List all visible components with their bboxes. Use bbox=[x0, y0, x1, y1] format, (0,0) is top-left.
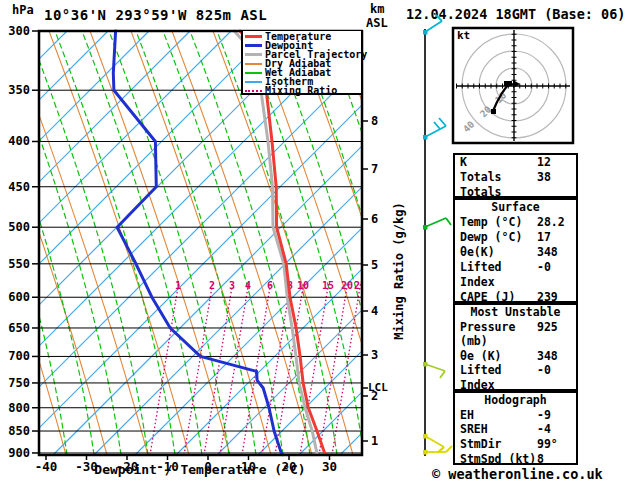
panel-row-value: 8 bbox=[537, 452, 571, 465]
isotherm-line bbox=[0, 31, 231, 455]
mixing-ratio-value-label: 20 bbox=[341, 280, 353, 291]
mixing-ratio-value-label: 10 bbox=[297, 280, 309, 291]
panel-row-value: 348 bbox=[537, 349, 571, 364]
legend-label: Mixing Ratio bbox=[265, 86, 337, 95]
panel-row: Lifted Index-0 bbox=[460, 363, 571, 391]
legend-item: Mixing Ratio bbox=[245, 86, 361, 95]
legend-swatch-dry_adiabat bbox=[245, 63, 262, 65]
panel-row: StmDir99° bbox=[460, 437, 571, 452]
hodograph-unit-label: kt bbox=[457, 29, 470, 42]
pressure-tick-label: 450 bbox=[8, 180, 30, 194]
panel-row-label: StmSpd (kt) bbox=[460, 452, 536, 465]
panel-row-value: -9 bbox=[537, 408, 571, 423]
panel-row: Pressure (mb)925 bbox=[460, 320, 571, 349]
panel-row-label: θe(K) bbox=[460, 245, 495, 260]
panel-row: Dewp (°C)17 bbox=[460, 230, 571, 245]
pressure-tick-label: 800 bbox=[8, 401, 30, 415]
panel-row: SREH-4 bbox=[460, 422, 571, 437]
pressure-tick-label: 400 bbox=[8, 134, 30, 148]
mixing-ratio-line bbox=[150, 284, 179, 455]
legend-swatch-mixing_ratio bbox=[245, 90, 262, 92]
chart-legend: TemperatureDewpointParcel TrajectoryDry … bbox=[241, 31, 361, 95]
mixing-ratio-value-label: 3 bbox=[229, 280, 235, 291]
panel-row: θe(K)348 bbox=[460, 245, 571, 260]
km-tick-label: 1 bbox=[371, 434, 378, 448]
panel-row-label: CAPE (J) bbox=[460, 290, 515, 303]
km-tick-label: 7 bbox=[371, 162, 378, 176]
panel-row-label: SREH bbox=[460, 422, 488, 437]
panel-row: Totals Totals38 bbox=[460, 170, 571, 198]
panel-row-label: StmDir bbox=[460, 437, 502, 452]
panel-row-value: 239 bbox=[537, 290, 571, 303]
panel-row-value: 99° bbox=[537, 437, 571, 452]
pressure-tick-label: 650 bbox=[8, 321, 30, 335]
panel-title: Hodograph bbox=[460, 393, 571, 408]
panel-row: CAPE (J)239 bbox=[460, 290, 571, 303]
skewt-sounding-page: hPa 10°36'N 293°59'W 825m ASL km ASL 12.… bbox=[0, 0, 629, 486]
panel-title: Surface bbox=[460, 200, 571, 215]
x-axis-label: Dewpoint / Temperature (°C) bbox=[0, 462, 400, 477]
wind-barb bbox=[423, 118, 446, 140]
legend-swatch-dewpoint bbox=[245, 44, 262, 47]
pressure-tick-label: 900 bbox=[8, 446, 30, 460]
hodograph: 102040 bbox=[453, 28, 573, 143]
mixing-ratio-line bbox=[262, 284, 291, 455]
panel-row: Temp (°C)28.2 bbox=[460, 215, 571, 230]
lcl-marker-label: LCL bbox=[368, 381, 388, 394]
panel-row-label: EH bbox=[460, 408, 474, 423]
mixing-ratio-value-label: 15 bbox=[322, 280, 334, 291]
wind-barb bbox=[423, 446, 452, 455]
km-tick-label: 8 bbox=[371, 114, 378, 128]
isotherm-line bbox=[0, 31, 272, 455]
panel-row-label: Lifted Index bbox=[460, 260, 537, 290]
panel-row: StmSpd (kt)8 bbox=[460, 452, 571, 465]
panel-row-value: 348 bbox=[537, 245, 571, 260]
panel-row-value: 17 bbox=[537, 230, 571, 245]
pressure-tick-label: 600 bbox=[8, 290, 30, 304]
panel-row-label: Pressure (mb) bbox=[460, 320, 537, 349]
pressure-tick-label: 300 bbox=[8, 24, 30, 38]
panel-row-label: θe (K) bbox=[460, 349, 502, 364]
panel-row: EH-9 bbox=[460, 408, 571, 423]
panel-row-label: Lifted Index bbox=[460, 363, 537, 391]
legend-swatch-temperature bbox=[245, 35, 262, 38]
km-tick-label: 5 bbox=[371, 258, 378, 272]
panel-row: Lifted Index-0 bbox=[460, 260, 571, 290]
legend-swatch-parcel bbox=[245, 53, 262, 56]
mixing-ratio-value-label: 4 bbox=[245, 280, 251, 291]
mixing-ratio-value-label: 2 bbox=[209, 280, 215, 291]
panel-title: Most Unstable bbox=[460, 305, 571, 320]
km-tick-label: 6 bbox=[371, 212, 378, 226]
panel-row-value: -0 bbox=[537, 260, 571, 290]
panel-row-value: -4 bbox=[537, 422, 571, 437]
panel-row-label: Totals Totals bbox=[460, 170, 537, 198]
copyright-watermark: © weatheronline.co.uk bbox=[432, 466, 603, 482]
mixing-ratio-value-label: 6 bbox=[267, 280, 273, 291]
indices-panel: K12Totals Totals38PW (cm)1.78 bbox=[453, 153, 578, 198]
legend-swatch-isotherm bbox=[245, 81, 262, 83]
panel-row-value: 12 bbox=[537, 155, 571, 170]
panel-row: K12 bbox=[460, 155, 571, 170]
pressure-tick-label: 500 bbox=[8, 220, 30, 234]
legend-swatch-wet_adiabat bbox=[245, 72, 262, 74]
panel-row-value: -0 bbox=[537, 363, 571, 391]
mixing-ratio-axis-label: Mixing Ratio (g/kg) bbox=[392, 201, 406, 341]
pressure-tick-label: 750 bbox=[8, 376, 30, 390]
indices-panel-surface: SurfaceTemp (°C)28.2Dewp (°C)17θe(K)348L… bbox=[453, 198, 578, 303]
wind-barb bbox=[423, 15, 442, 35]
pressure-tick-label: 700 bbox=[8, 349, 30, 363]
panel-row-value: 38 bbox=[537, 170, 571, 198]
wind-barb bbox=[423, 218, 451, 230]
pressure-tick-label: 850 bbox=[8, 424, 30, 438]
panel-row-label: Temp (°C) bbox=[460, 215, 522, 230]
mixing-ratio-value-label: 25 bbox=[354, 280, 366, 291]
wind-barb bbox=[423, 362, 445, 378]
pressure-tick-label: 550 bbox=[8, 257, 30, 271]
panel-row-value: 925 bbox=[537, 320, 571, 349]
pressure-tick-label: 350 bbox=[8, 83, 30, 97]
panel-row: θe (K)348 bbox=[460, 349, 571, 364]
panel-row-label: Dewp (°C) bbox=[460, 230, 522, 245]
panel-row-value: 28.2 bbox=[537, 215, 571, 230]
mixing-ratio-value-label: 1 bbox=[175, 280, 181, 291]
km-tick-label: 3 bbox=[371, 348, 378, 362]
